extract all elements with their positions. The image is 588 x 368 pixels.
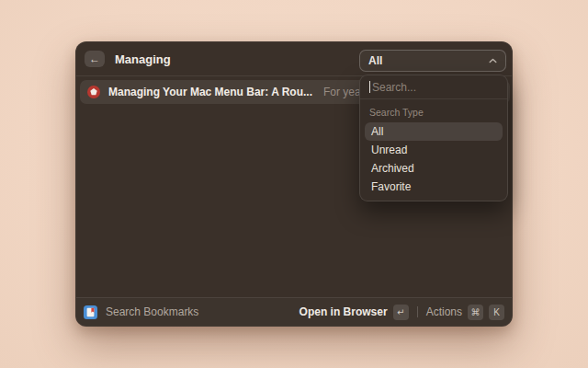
back-button[interactable]: ← bbox=[85, 51, 105, 67]
bookmark-favicon-icon bbox=[87, 86, 100, 98]
actions-label: Actions bbox=[426, 305, 462, 318]
dropdown-option-all[interactable]: All bbox=[365, 122, 503, 141]
dropdown-option-unread[interactable]: Unread bbox=[365, 141, 503, 159]
footer-extension-info: Search Bookmarks bbox=[84, 305, 198, 319]
filter-dropdown-select[interactable]: All bbox=[359, 50, 506, 72]
footer-extension-label: Search Bookmarks bbox=[106, 305, 198, 318]
dropdown-options-list: All Unread Archived Favorite bbox=[360, 121, 507, 196]
dropdown-search-input[interactable]: Search... bbox=[360, 75, 507, 99]
filter-selected-value: All bbox=[368, 54, 382, 67]
page-title: Managing bbox=[115, 52, 171, 66]
k-key-icon: K bbox=[489, 305, 504, 320]
filter-dropdown-panel: Search... Search Type All Unread Archive… bbox=[359, 75, 508, 201]
actions-menu-button[interactable]: Actions ⌘ K bbox=[426, 305, 504, 320]
search-placeholder: Search... bbox=[372, 81, 416, 94]
dropdown-section-label: Search Type bbox=[360, 99, 507, 121]
text-cursor bbox=[369, 81, 370, 93]
bookmark-title: Managing Your Mac Menu Bar: A Rou... bbox=[108, 86, 312, 98]
dropdown-option-favorite[interactable]: Favorite bbox=[365, 178, 503, 196]
dropdown-option-archived[interactable]: Archived bbox=[365, 159, 503, 178]
back-arrow-icon: ← bbox=[89, 53, 100, 64]
chevron-up-icon bbox=[489, 58, 497, 63]
return-key-icon: ↵ bbox=[393, 305, 409, 320]
open-in-browser-label: Open in Browser bbox=[300, 305, 388, 318]
search-bookmarks-app-icon bbox=[84, 305, 97, 319]
launcher-window: ← Managing All Managing Your Mac Menu Ba… bbox=[75, 41, 513, 327]
footer-divider bbox=[417, 306, 418, 317]
footer-action-bar: Search Bookmarks Open in Browser ↵ Actio… bbox=[76, 297, 512, 326]
command-key-icon: ⌘ bbox=[468, 305, 483, 320]
open-in-browser-button[interactable]: Open in Browser ↵ bbox=[300, 305, 409, 320]
footer-actions: Open in Browser ↵ Actions ⌘ K bbox=[300, 305, 504, 320]
